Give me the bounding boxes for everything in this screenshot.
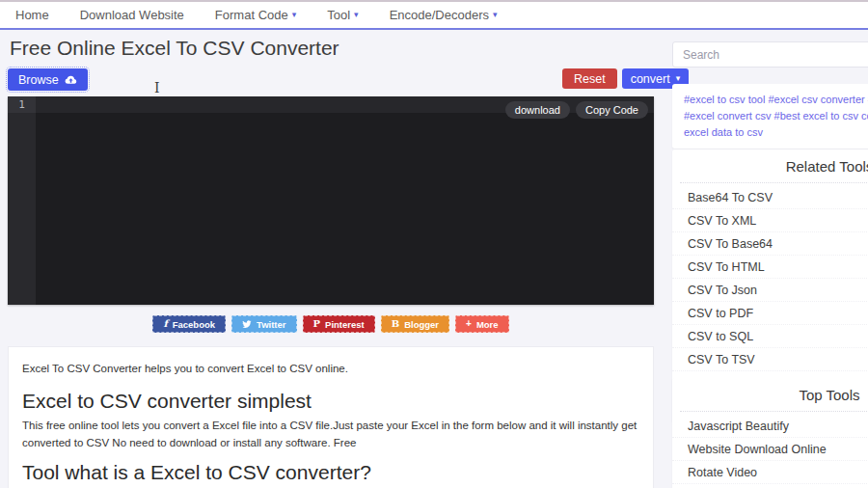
share-label: Twitter xyxy=(257,319,285,330)
page-title: Free Online Excel To CSV Converter xyxy=(10,37,339,60)
page-root: Home Download Website Format Code Tool E… xyxy=(0,0,868,488)
related-tool-csv-to-pdf[interactable]: CSV to PDF xyxy=(672,302,868,325)
nav-item-format-code[interactable]: Format Code xyxy=(215,8,296,22)
share-label: Blogger xyxy=(404,319,439,330)
reset-button[interactable]: Reset xyxy=(562,68,617,89)
article-card: Excel To CSV Converter helps you to conv… xyxy=(8,346,654,488)
blogger-icon xyxy=(392,319,399,329)
related-tool-csv-to-tsv[interactable]: CSV To TSV xyxy=(672,348,868,371)
related-tool-csv-to-sql[interactable]: CSV to SQL xyxy=(672,325,868,348)
related-tool-base64-to-csv[interactable]: Base64 To CSV xyxy=(672,186,868,209)
top-tool-html-beautify[interactable]: HTML Beautify xyxy=(672,484,868,488)
twitter-bird-icon xyxy=(242,319,252,329)
editor-action-buttons: Reset convert xyxy=(562,68,689,89)
related-tool-csv-to-xml[interactable]: CSV To XML xyxy=(672,209,868,232)
tag-links-line[interactable]: #excel to csv tool #excel csv converter … xyxy=(684,92,868,108)
facebook-icon xyxy=(163,319,167,329)
chevron-down-icon xyxy=(676,74,681,83)
main-navbar: Home Download Website Format Code Tool E… xyxy=(0,2,868,30)
nav-item-download-website[interactable]: Download Website xyxy=(80,8,184,22)
chevron-down-icon xyxy=(354,11,359,19)
editor-gutter xyxy=(8,96,36,305)
share-pinterest-button[interactable]: Pinterest xyxy=(303,315,375,333)
copy-code-button[interactable]: Copy Code xyxy=(576,101,648,119)
line-number: 1 xyxy=(8,96,36,113)
share-label: Facebook xyxy=(173,319,215,330)
nav-item-tool[interactable]: Tool xyxy=(327,8,358,22)
top-tools-card: Top Tools Javascript Beautify Website Do… xyxy=(672,378,868,488)
article-paragraph-1: This free online tool lets you convert a… xyxy=(22,418,639,452)
article-heading-1: Excel to CSV converter simplest xyxy=(22,390,639,413)
share-facebook-button[interactable]: Facebook xyxy=(152,315,226,333)
top-tool-javascript-beautify[interactable]: Javascript Beautify xyxy=(672,415,868,438)
social-share-row: Facebook Twitter Pinterest Blogger More xyxy=(8,315,654,333)
tag-links-line[interactable]: #excel convert csv #best excel to csv co… xyxy=(684,108,868,124)
share-more-button[interactable]: More xyxy=(455,315,509,333)
share-label: Pinterest xyxy=(325,319,365,330)
cloud-upload-icon xyxy=(65,74,77,85)
browse-button[interactable]: Browse xyxy=(8,68,88,91)
related-tool-csv-to-base64[interactable]: CSV To Base64 xyxy=(672,232,868,256)
related-tool-csv-to-html[interactable]: CSV To HTML xyxy=(672,256,868,279)
share-label: More xyxy=(476,319,499,330)
share-twitter-button[interactable]: Twitter xyxy=(231,315,296,333)
nav-label: Download Website xyxy=(80,8,184,22)
share-blogger-button[interactable]: Blogger xyxy=(381,315,449,333)
chevron-down-icon xyxy=(493,11,498,19)
nav-item-encode-decoders[interactable]: Encode/Decoders xyxy=(390,8,498,22)
editor-toolbar: download Copy Code xyxy=(505,101,648,119)
related-tool-csv-to-json[interactable]: CSV To Json xyxy=(672,279,868,302)
text-cursor xyxy=(154,80,160,95)
tag-links-line[interactable]: excel data to csv xyxy=(684,124,868,141)
pinterest-icon xyxy=(313,319,321,329)
nav-label: Encode/Decoders xyxy=(390,8,489,22)
chevron-down-icon xyxy=(292,11,297,19)
nav-label: Home xyxy=(15,8,49,22)
download-button[interactable]: download xyxy=(505,101,570,119)
top-tools-title: Top Tools xyxy=(680,378,868,412)
nav-label: Format Code xyxy=(215,8,288,22)
top-tool-website-download-online[interactable]: Website Download Online xyxy=(672,438,868,461)
search-input[interactable] xyxy=(672,41,868,68)
nav-item-home[interactable]: Home xyxy=(15,8,49,22)
convert-label: convert xyxy=(631,72,670,86)
browse-label: Browse xyxy=(18,73,59,87)
nav-label: Tool xyxy=(327,8,350,22)
tags-card: #excel to csv tool #excel csv converter … xyxy=(672,84,868,149)
reset-label: Reset xyxy=(574,72,606,86)
article-heading-2: Tool what is a Excel to CSV converter? xyxy=(22,461,639,484)
related-tools-title: Related Tools xyxy=(680,149,868,183)
top-tool-rotate-video[interactable]: Rotate Video xyxy=(672,461,868,484)
plus-icon xyxy=(466,319,472,329)
article-intro: Excel To CSV Converter helps you to conv… xyxy=(22,361,639,378)
code-editor[interactable]: 1 download Copy Code xyxy=(8,96,654,305)
